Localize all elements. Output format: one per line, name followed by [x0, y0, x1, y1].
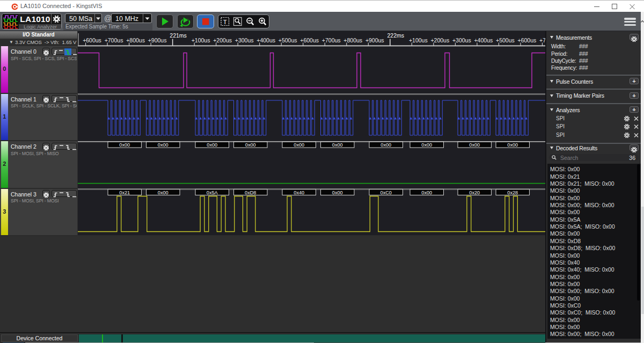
svg-text:0x40: 0x40	[294, 190, 304, 195]
svg-text:0x21: 0x21	[119, 190, 130, 195]
svg-text:+600us: +600us	[300, 37, 319, 43]
svg-text:+600us: +600us	[83, 37, 101, 43]
svg-text:0x00: 0x00	[332, 142, 343, 148]
svg-text:+400us: +400us	[257, 37, 275, 43]
svg-text:+200us: +200us	[430, 37, 449, 43]
svg-text:+800us: +800us	[343, 37, 362, 43]
svg-text:0x00: 0x00	[207, 142, 217, 148]
svg-text:0xC0: 0xC0	[380, 190, 392, 195]
svg-text:0x28: 0x28	[507, 190, 518, 195]
svg-text:+800us: +800us	[126, 37, 145, 43]
svg-text:+500us: +500us	[496, 37, 515, 43]
svg-text:+600us: +600us	[518, 37, 537, 43]
svg-text:0xD8: 0xD8	[245, 190, 256, 195]
svg-text:0x00: 0x00	[469, 142, 480, 148]
svg-text:+700us: +700us	[105, 37, 123, 43]
svg-text:0x20: 0x20	[469, 190, 480, 195]
svg-text:+100us: +100us	[192, 37, 210, 43]
svg-text:+100us: +100us	[409, 37, 428, 43]
svg-text:0x00: 0x00	[507, 142, 518, 148]
svg-text:0x00: 0x00	[158, 142, 169, 148]
svg-text:0x5A: 0x5A	[207, 190, 218, 195]
svg-text:+300us: +300us	[235, 37, 254, 43]
svg-text:0x00: 0x00	[294, 142, 304, 148]
svg-text:0x00: 0x00	[158, 190, 169, 195]
svg-text:0x00: 0x00	[332, 190, 343, 195]
svg-text:0x00: 0x00	[421, 190, 432, 195]
svg-text:+500us: +500us	[279, 37, 297, 43]
svg-text:+200us: +200us	[213, 37, 232, 43]
svg-text:+900us: +900us	[148, 37, 167, 43]
svg-text:+700us: +700us	[539, 37, 545, 43]
svg-text:T: T	[223, 19, 227, 25]
svg-text:0x00: 0x00	[421, 142, 432, 148]
svg-text:0x00: 0x00	[119, 142, 130, 148]
svg-text:0x00: 0x00	[380, 142, 391, 148]
svg-text:221ms: 221ms	[170, 32, 187, 39]
svg-text:0x00: 0x00	[245, 142, 256, 148]
svg-text:+700us: +700us	[322, 37, 341, 43]
svg-text:+900us: +900us	[365, 37, 384, 43]
svg-text:222ms: 222ms	[387, 32, 405, 39]
svg-text:+400us: +400us	[474, 37, 493, 43]
svg-text:+300us: +300us	[452, 37, 471, 43]
